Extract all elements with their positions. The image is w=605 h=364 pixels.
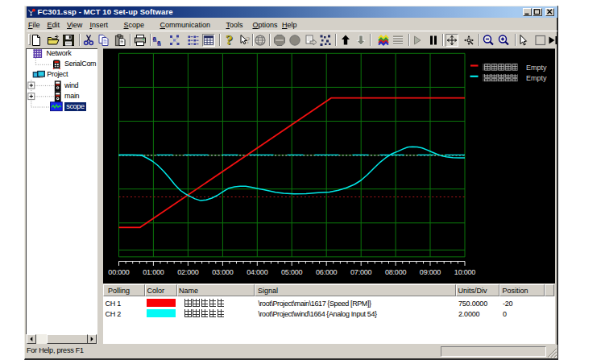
svg-text:07:000: 07:000 <box>350 268 372 276</box>
svg-text:01:000: 01:000 <box>143 268 164 276</box>
svg-text:09:000: 09:000 <box>420 268 441 276</box>
svg-text:02:000: 02:000 <box>177 268 199 276</box>
svg-text:06:000: 06:000 <box>316 268 338 276</box>
svg-text:03:000: 03:000 <box>212 268 234 276</box>
svg-text:00:000: 00:000 <box>108 268 130 276</box>
svg-text:Empty: Empty <box>526 74 547 82</box>
svg-text:10:000: 10:000 <box>454 268 476 276</box>
svg-text:?: ? <box>226 34 233 47</box>
svg-text:04:000: 04:000 <box>247 268 268 276</box>
svg-text:08:000: 08:000 <box>385 268 407 276</box>
svg-text:Empty: Empty <box>526 64 547 72</box>
svg-text:05:000: 05:000 <box>281 268 303 276</box>
